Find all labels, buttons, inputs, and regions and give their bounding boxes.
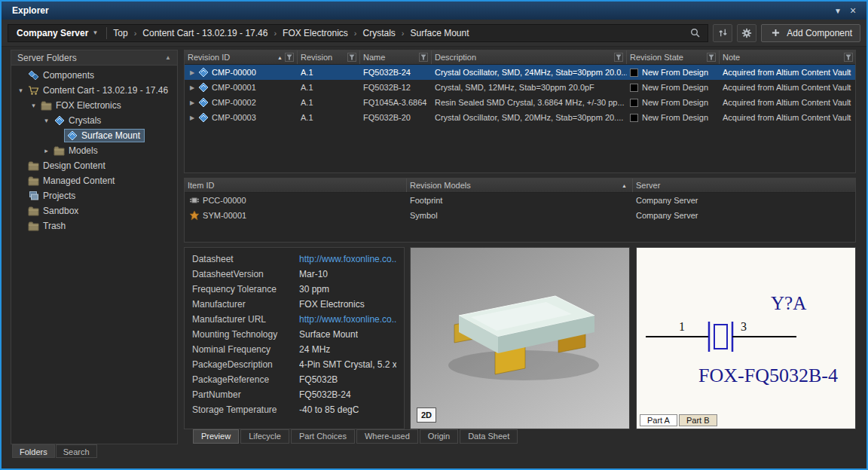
column-header-revision-id[interactable]: Revision ID▲ [185, 50, 298, 64]
sidebar-tabs: FoldersSearch [12, 444, 97, 458]
revision-state-cell: New From Design [627, 65, 720, 80]
revision-row-cmp-00003[interactable]: ▶ CMP-00003A.1FQ5032B-20Crystal Oscillat… [185, 110, 855, 125]
column-header-revision-state[interactable]: Revision State [627, 50, 720, 64]
close-button[interactable]: × [845, 5, 860, 17]
sync-button[interactable] [713, 24, 732, 42]
tree-item-content-cart-13-02-19-17-46[interactable]: ▾Content Cart - 13.02.19 - 17.46 [11, 83, 177, 98]
expand-arrow-icon[interactable]: ▾ [29, 102, 38, 109]
breadcrumb-item-top[interactable]: Top [112, 28, 129, 38]
server-selector[interactable]: Company Server ▼ [13, 28, 102, 38]
pin-1-number: 1 [679, 320, 685, 333]
tab-origin[interactable]: Origin [420, 429, 458, 444]
tree-item-content: Models [51, 144, 102, 157]
tree-item-surface-mount[interactable]: Surface Mount [11, 128, 177, 143]
tab-part-choices[interactable]: Part Choices [291, 429, 355, 444]
component-icon [197, 67, 209, 78]
expand-arrow-icon[interactable]: ▾ [41, 117, 51, 124]
filter-icon[interactable] [419, 53, 428, 62]
breadcrumb-item-crystals[interactable]: Crystals [361, 28, 396, 38]
sidebar-tab-folders[interactable]: Folders [12, 444, 55, 458]
tree-item-label: FOX Electronics [53, 100, 121, 111]
tree-item-managed-content[interactable]: Managed Content [11, 173, 177, 188]
model-row-sym-00001[interactable]: SYM-00001SymbolCompany Server [185, 208, 855, 223]
settings-button[interactable] [737, 24, 756, 42]
revision-state-cell: New From Design [627, 110, 720, 125]
tree-item-trash[interactable]: Trash [11, 218, 177, 233]
parameter-name: DatasheetVersion [192, 269, 299, 279]
parameter-row-datasheetversion: DatasheetVersionMar-10 [185, 267, 404, 282]
column-header-server[interactable]: Server [633, 179, 856, 192]
tree-item-components[interactable]: Components [11, 68, 177, 83]
revision-id: CMP-00000 [209, 68, 256, 77]
part-tab-part-a[interactable]: Part A [640, 414, 677, 426]
tree-item-label: Models [66, 145, 98, 156]
revision-row-cmp-00002[interactable]: ▶ CMP-00002A.1FQ1045A-3.6864Resin Sealed… [185, 95, 855, 110]
revision-row-cmp-00001[interactable]: ▶ CMP-00001A.1FQ5032B-12Crystal, SMD, 12… [185, 80, 855, 95]
tree-item-label: Components [40, 70, 94, 81]
parameter-name: Datasheet [192, 254, 299, 264]
breadcrumb-item-content-cart-13-02-19-17-46[interactable]: Content Cart - 13.02.19 - 17.46 [141, 28, 269, 38]
tree-item-design-content[interactable]: Design Content [11, 158, 177, 173]
revision-id: CMP-00003 [209, 113, 256, 122]
sync-icon [717, 28, 729, 38]
parameter-row-packagereference: PackageReferenceFQ5032B [185, 372, 404, 387]
column-header-revision[interactable]: Revision [298, 50, 360, 64]
column-header-label: Note [723, 53, 844, 62]
column-header-revision-models[interactable]: Revision Models▲ [407, 179, 633, 192]
collapse-icon[interactable]: ▲ [165, 54, 171, 61]
tab-lifecycle[interactable]: Lifecycle [240, 429, 289, 444]
expand-arrow-icon[interactable]: ▸ [41, 147, 51, 154]
filter-icon[interactable] [844, 53, 853, 62]
search-icon[interactable] [687, 28, 703, 38]
description-cell: Crystal, SMD, 12MHz, Stab=30ppm 20.0pF [432, 80, 627, 95]
filter-icon[interactable] [285, 53, 294, 62]
tree-item-content: Trash [26, 219, 70, 233]
component-3d-model[interactable] [411, 248, 629, 429]
add-component-button[interactable]: Add Component [761, 24, 860, 42]
tab-data-sheet[interactable]: Data Sheet [460, 429, 518, 444]
parameter-name: PartNumber [192, 389, 299, 400]
row-expand-icon[interactable]: ▶ [188, 114, 197, 121]
tree-item-models[interactable]: ▸Models [11, 143, 177, 158]
tree-item-fox-electronics[interactable]: ▾FOX Electronics [11, 98, 177, 113]
revision-row-cmp-00000[interactable]: ▶ CMP-00000A.1FQ5032B-24Crystal Oscillat… [185, 65, 855, 80]
column-header-description[interactable]: Description [432, 50, 627, 64]
parameter-value: FQ5032B [299, 374, 338, 385]
projects-icon [27, 191, 40, 201]
column-header-label: Revision [301, 53, 347, 62]
filter-icon[interactable] [614, 53, 623, 62]
row-expand-icon[interactable]: ▶ [188, 99, 197, 106]
tree-item-content: Projects [26, 189, 80, 203]
folder-icon [27, 206, 40, 216]
row-expand-icon[interactable]: ▶ [188, 69, 197, 76]
revisions-header: Revision ID▲RevisionNameDescriptionRevis… [185, 50, 855, 65]
row-expand-icon[interactable]: ▶ [188, 84, 197, 91]
tree-item-sandbox[interactable]: Sandbox [11, 203, 177, 218]
breadcrumb-item-fox-electronics[interactable]: FOX Electronics [281, 28, 350, 38]
parameter-value[interactable]: http://www.foxonline.co... [299, 314, 396, 325]
tree-item-label: Trash [40, 221, 66, 231]
sidebar-tab-search[interactable]: Search [56, 444, 97, 458]
item-id: SYM-00001 [200, 211, 246, 220]
tab-preview[interactable]: Preview [193, 429, 239, 444]
column-header-note[interactable]: Note [720, 50, 856, 64]
column-header-label: Description [435, 53, 614, 62]
column-header-label: Name [363, 53, 419, 62]
column-header-item-id[interactable]: Item ID [185, 179, 407, 192]
model-row-pcc-00000[interactable]: PCC-00000FootprintCompany Server [185, 193, 855, 208]
breadcrumb-item-surface-mount[interactable]: Surface Mount [409, 28, 471, 38]
part-tab-part-b[interactable]: Part B [679, 414, 717, 426]
tree-item-projects[interactable]: Projects [11, 188, 177, 203]
column-header-name[interactable]: Name [360, 50, 432, 64]
parameter-name: Frequency Tolerance [192, 284, 299, 295]
note-cell: Acquired from Altium Content Vault [720, 95, 856, 110]
panel-menu-button[interactable]: ▼ [830, 7, 845, 15]
expand-arrow-icon[interactable]: ▾ [16, 87, 26, 94]
parameter-value[interactable]: http://www.foxonline.co... [299, 254, 396, 264]
tree-item-crystals[interactable]: ▾Crystals [11, 113, 177, 128]
tab-where-used[interactable]: Where-used [356, 429, 418, 444]
parameter-value: Surface Mount [299, 329, 358, 340]
filter-icon[interactable] [707, 53, 716, 62]
view-2d-button[interactable]: 2D [417, 407, 436, 423]
filter-icon[interactable] [347, 53, 356, 62]
